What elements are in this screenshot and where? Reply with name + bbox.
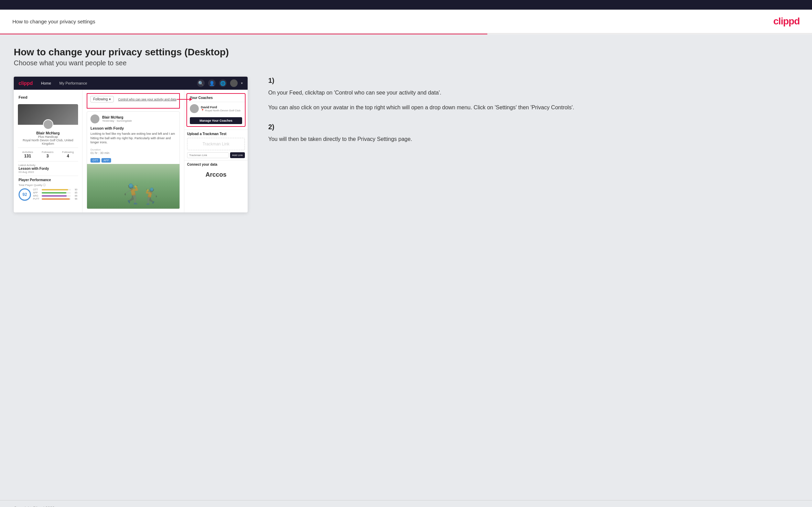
left-sidebar: Feed Blair McHarg Plus Handicap Royal No… (14, 90, 83, 212)
post-description: Looking to feel like my hands are exitin… (87, 130, 180, 146)
trackman-input-box: Trackman Link (187, 138, 245, 150)
bar-putt: PUTT 96 (33, 198, 77, 200)
footer: Copyright Clippd 2022 (0, 500, 812, 507)
player-performance: Player Performance Total Player Quality … (18, 176, 78, 203)
logo: clippd (773, 16, 800, 27)
mock-app: clippd Home My Performance 🔍 👤 🌐 ▾ Feed (14, 77, 248, 212)
tpq-circle: 92 (19, 188, 31, 201)
post-author: Blair McHarg (102, 115, 132, 119)
latest-activity: Latest Activity Lesson with Fordy 03 Aug… (18, 162, 78, 176)
feed-tab[interactable]: Feed (14, 93, 82, 101)
bar-app: APP 85 (33, 191, 77, 194)
coaches-header: Your Coaches (187, 94, 245, 102)
instructions: 1) On your Feed, click/tap on 'Control w… (261, 77, 798, 155)
post-duration: Duration 01 hr : 30 min (87, 146, 180, 157)
demo-instructions: clippd Home My Performance 🔍 👤 🌐 ▾ Feed (14, 77, 798, 212)
post-avatar (90, 114, 99, 123)
header: How to change your privacy settings clip… (0, 10, 812, 34)
connect-title: Connect your data (187, 163, 245, 166)
main-content: How to change your privacy settings (Des… (0, 34, 812, 500)
stats-row: Activities 131 Followers 3 Following 4 (18, 147, 78, 162)
avatar[interactable] (230, 79, 238, 87)
profile-avatar (43, 119, 53, 130)
trackman-link-input[interactable] (187, 152, 229, 158)
instruction-2-number: 2) (268, 123, 798, 131)
app-nav-icons: 🔍 👤 🌐 ▾ (197, 79, 243, 87)
avatar-chevron: ▾ (241, 81, 243, 85)
red-arrow (177, 98, 192, 101)
tag-app: APP (101, 158, 111, 163)
instruction-1-extra: You can also click on your avatar in the… (268, 103, 798, 112)
stat-activities: Activities 131 (22, 151, 33, 158)
privacy-link[interactable]: Control who can see your activity and da… (118, 98, 176, 101)
trackman-placeholder: Trackman Link (190, 142, 242, 146)
app-body: Feed Blair McHarg Plus Handicap Royal No… (14, 90, 248, 212)
search-icon[interactable]: 🔍 (197, 79, 205, 87)
tag-ott: OTT (90, 158, 100, 163)
instruction-2: 2) You will then be taken directly to th… (268, 123, 798, 144)
page-heading: How to change your privacy settings (Des… (14, 47, 798, 58)
golfer-left: 🏌️ (119, 183, 143, 205)
post-tags: OTT APP (87, 157, 180, 164)
right-sidebar: Your Coaches David Ford 📍 Royal North De… (184, 90, 248, 212)
privacy-highlight-box: Following ▾ Control who can see your act… (87, 93, 180, 109)
profile-name: Blair McHarg (18, 131, 78, 135)
add-link-button[interactable]: Add Link (230, 152, 245, 158)
instruction-1: 1) On your Feed, click/tap on 'Control w… (268, 77, 798, 112)
profile-box: Blair McHarg Plus Handicap Royal North D… (14, 101, 82, 206)
post-meta: Yesterday · Sunningdale (102, 119, 132, 122)
bar-arg: ARG 86 (33, 195, 77, 197)
browser-title: How to change your privacy settings (12, 19, 95, 24)
profile-banner (18, 104, 78, 125)
stat-following: Following 4 (62, 151, 74, 158)
app-feed: Following ▾ Control who can see your act… (83, 90, 184, 212)
tpq-bars: OTT 90 APP 85 (33, 188, 77, 201)
connect-section: Connect your data Arccos (184, 160, 248, 183)
feed-post: Blair McHarg Yesterday · Sunningdale Les… (87, 111, 180, 209)
instruction-2-text: You will then be taken directly to the P… (268, 134, 798, 144)
globe-icon[interactable]: 🌐 (219, 79, 227, 87)
coach-avatar (190, 104, 199, 113)
trackman-section: Upload a Trackman Test Trackman Link Add… (184, 130, 248, 160)
trackman-title: Upload a Trackman Test (187, 132, 245, 136)
post-title: Lesson with Fordy (87, 126, 180, 130)
coaches-box: Your Coaches David Ford 📍 Royal North De… (186, 93, 246, 127)
stat-followers: Followers 3 (42, 151, 53, 158)
nav-my-performance[interactable]: My Performance (59, 81, 87, 85)
coach-name: David Ford (201, 106, 240, 109)
coach-item: David Ford 📍 Royal North Devon Golf Club (187, 102, 245, 115)
user-icon[interactable]: 👤 (208, 79, 216, 87)
arccos-logo: Arccos (187, 168, 245, 181)
nav-home[interactable]: Home (41, 81, 51, 85)
feed-header: Following ▾ Control who can see your act… (87, 94, 179, 104)
top-bar (0, 0, 812, 10)
following-button[interactable]: Following ▾ (90, 96, 114, 102)
app-nav-logo: clippd (19, 80, 33, 86)
privacy-link-wrapper: Control who can see your activity and da… (118, 98, 176, 101)
coach-club: 📍 Royal North Devon Golf Club (201, 109, 240, 112)
golfer-right: 🏌️ (142, 187, 161, 205)
post-header: Blair McHarg Yesterday · Sunningdale (87, 112, 180, 126)
app-nav: clippd Home My Performance 🔍 👤 🌐 ▾ (14, 77, 248, 90)
page-subheading: Choose what you want people to see (14, 59, 798, 67)
instruction-1-text: On your Feed, click/tap on 'Control who … (268, 88, 798, 97)
instruction-1-number: 1) (268, 77, 798, 85)
post-image: 🏌️ 🏌️ (87, 164, 180, 209)
trackman-input-row: Add Link (187, 152, 245, 158)
bar-ott: OTT 90 (33, 188, 77, 191)
profile-handicap: Plus Handicap (18, 135, 78, 139)
manage-coaches-button[interactable]: Manage Your Coaches (190, 117, 242, 124)
profile-club: Royal North Devon Golf Club, United King… (18, 139, 78, 145)
